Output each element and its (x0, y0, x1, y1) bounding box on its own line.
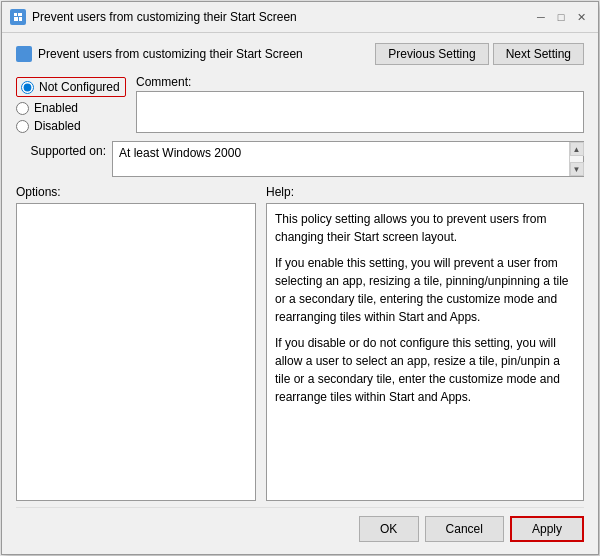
comment-section: Comment: (136, 75, 584, 133)
header-icon (16, 46, 32, 62)
scroll-up-arrow[interactable]: ▲ (570, 142, 584, 156)
supported-scrollbar: ▲ ▼ (569, 142, 583, 176)
supported-box: At least Windows 2000 ▲ ▼ (112, 141, 584, 177)
header-row: Prevent users from customizing their Sta… (16, 43, 584, 65)
supported-row: Supported on: At least Windows 2000 ▲ ▼ (16, 141, 584, 177)
svg-rect-1 (14, 13, 17, 16)
comment-textarea[interactable] (136, 91, 584, 133)
help-paragraph-1: This policy setting allows you to preven… (275, 210, 575, 246)
options-label: Options: (16, 185, 256, 199)
options-box (16, 203, 256, 501)
minimize-button[interactable]: ─ (532, 8, 550, 26)
maximize-button[interactable]: □ (552, 8, 570, 26)
options-panel: Options: (16, 185, 256, 501)
svg-rect-3 (14, 17, 18, 21)
supported-value: At least Windows 2000 (117, 144, 243, 162)
svg-rect-2 (18, 13, 22, 16)
not-configured-radio[interactable] (21, 81, 34, 94)
disabled-option[interactable]: Disabled (16, 119, 126, 133)
footer: OK Cancel Apply (16, 507, 584, 546)
title-bar-controls: ─ □ ✕ (532, 8, 590, 26)
top-section: Not Configured Enabled Disabled Comment: (16, 75, 584, 133)
apply-button[interactable]: Apply (510, 516, 584, 542)
content-area: Prevent users from customizing their Sta… (2, 33, 598, 554)
window-icon (10, 9, 26, 25)
header-title-area: Prevent users from customizing their Sta… (16, 46, 303, 62)
close-button[interactable]: ✕ (572, 8, 590, 26)
title-bar-left: Prevent users from customizing their Sta… (10, 9, 297, 25)
header-buttons: Previous Setting Next Setting (375, 43, 584, 65)
help-paragraph-3: If you disable or do not configure this … (275, 334, 575, 406)
svg-rect-4 (19, 17, 22, 21)
enabled-label: Enabled (34, 101, 78, 115)
comment-label: Comment: (136, 75, 584, 89)
supported-label: Supported on: (16, 141, 106, 158)
title-bar: Prevent users from customizing their Sta… (2, 2, 598, 33)
main-panel: Not Configured Enabled Disabled Comment: (16, 75, 584, 501)
header-title-text: Prevent users from customizing their Sta… (38, 47, 303, 61)
enabled-option[interactable]: Enabled (16, 101, 126, 115)
main-window: Prevent users from customizing their Sta… (1, 1, 599, 555)
help-label: Help: (266, 185, 584, 199)
next-setting-button[interactable]: Next Setting (493, 43, 584, 65)
help-paragraph-2: If you enable this setting, you will pre… (275, 254, 575, 326)
enabled-radio[interactable] (16, 102, 29, 115)
not-configured-option[interactable]: Not Configured (16, 77, 126, 97)
scroll-down-arrow[interactable]: ▼ (570, 162, 584, 176)
not-configured-label: Not Configured (39, 80, 120, 94)
radio-group: Not Configured Enabled Disabled (16, 75, 126, 133)
disabled-label: Disabled (34, 119, 81, 133)
help-box: This policy setting allows you to preven… (266, 203, 584, 501)
previous-setting-button[interactable]: Previous Setting (375, 43, 488, 65)
cancel-button[interactable]: Cancel (425, 516, 504, 542)
window-title: Prevent users from customizing their Sta… (32, 10, 297, 24)
disabled-radio[interactable] (16, 120, 29, 133)
help-panel: Help: This policy setting allows you to … (266, 185, 584, 501)
bottom-section: Options: Help: This policy setting allow… (16, 185, 584, 501)
ok-button[interactable]: OK (359, 516, 419, 542)
